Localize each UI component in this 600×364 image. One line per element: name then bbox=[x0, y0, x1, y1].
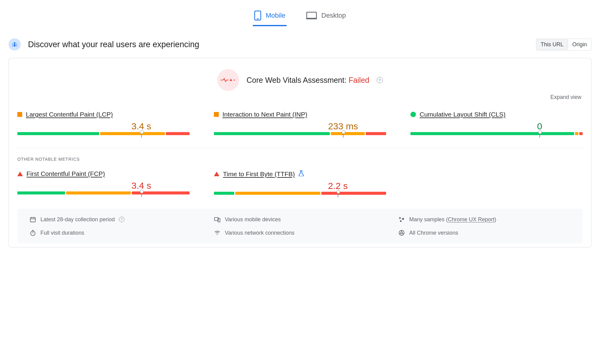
metric-ttfb: Time to First Byte (TTFB)2.2 s bbox=[214, 170, 386, 195]
bar-segment-r bbox=[366, 132, 386, 135]
note-period-text: Latest 28-day collection period bbox=[40, 216, 115, 223]
metric-head: Cumulative Layout Shift (CLS) bbox=[410, 111, 583, 118]
metric-name-link[interactable]: Cumulative Layout Shift (CLS) bbox=[420, 111, 505, 118]
assessment-text: Core Web Vitals Assessment: Failed bbox=[246, 76, 369, 85]
assessment-label: Core Web Vitals Assessment: bbox=[246, 76, 346, 84]
metric-value: 0 bbox=[537, 121, 542, 131]
svg-point-8 bbox=[16, 43, 17, 44]
tab-mobile-label: Mobile bbox=[266, 12, 285, 19]
note-devices: Various mobile devices bbox=[214, 216, 386, 223]
dot-green-icon bbox=[410, 112, 416, 117]
bar-segment-r bbox=[321, 192, 386, 195]
svg-rect-7 bbox=[12, 45, 13, 47]
svg-point-20 bbox=[402, 218, 404, 220]
distribution-bar bbox=[214, 192, 386, 195]
svg-point-4 bbox=[14, 42, 16, 44]
devices-icon bbox=[214, 216, 221, 223]
metric-name-link[interactable]: Largest Contentful Paint (LCP) bbox=[26, 111, 113, 118]
note-devices-text: Various mobile devices bbox=[225, 216, 281, 223]
bar-segment-r bbox=[132, 191, 190, 194]
metric-value: 3.4 s bbox=[131, 180, 151, 191]
vitals-card: Core Web Vitals Assessment: Failed ? Exp… bbox=[9, 58, 591, 247]
bar-segment-g bbox=[410, 132, 574, 135]
bar-segment-o bbox=[575, 132, 578, 135]
page-title: Discover what your real users are experi… bbox=[28, 40, 199, 49]
tab-desktop[interactable]: Desktop bbox=[305, 6, 347, 26]
svg-point-19 bbox=[399, 217, 401, 219]
svg-line-29 bbox=[399, 233, 401, 234]
square-orange-icon bbox=[17, 112, 22, 117]
other-metrics-heading: OTHER NOTABLE METRICS bbox=[17, 157, 583, 162]
metric-head: Interaction to Next Paint (INP) bbox=[214, 111, 386, 118]
expand-view-link[interactable]: Expand view bbox=[17, 94, 581, 100]
note-network: Various network connections bbox=[214, 229, 386, 236]
svg-rect-9 bbox=[16, 45, 17, 47]
note-versions: All Chrome versions bbox=[398, 229, 570, 236]
scope-this-url[interactable]: This URL bbox=[536, 39, 568, 50]
svg-line-30 bbox=[403, 233, 404, 234]
square-orange-icon bbox=[214, 112, 219, 117]
svg-point-11 bbox=[234, 79, 235, 81]
bar-segment-g bbox=[214, 132, 330, 135]
stopwatch-icon bbox=[30, 229, 36, 236]
svg-point-27 bbox=[401, 232, 403, 234]
distribution-bar bbox=[214, 132, 386, 136]
svg-rect-13 bbox=[30, 218, 36, 222]
svg-marker-10 bbox=[230, 79, 232, 81]
distribution-bar bbox=[17, 191, 190, 195]
svg-point-21 bbox=[400, 220, 402, 222]
assessment-badge-icon bbox=[217, 69, 239, 91]
triangle-red-icon bbox=[17, 172, 23, 176]
metric-value: 233 ms bbox=[328, 121, 358, 131]
bar-segment-g bbox=[17, 191, 65, 194]
wifi-icon bbox=[214, 229, 221, 236]
assessment-row: Core Web Vitals Assessment: Failed ? bbox=[17, 69, 583, 91]
distribution-bar bbox=[410, 132, 583, 136]
metric-head: Time to First Byte (TTFB) bbox=[214, 170, 386, 178]
help-icon[interactable]: ? bbox=[119, 217, 124, 222]
svg-point-6 bbox=[12, 43, 13, 44]
note-samples: Many samples (Chrome UX Report) bbox=[398, 216, 570, 223]
metric-value: 2.2 s bbox=[328, 181, 348, 191]
bar-segment-r bbox=[579, 132, 583, 135]
bar-segment-o bbox=[66, 191, 131, 194]
metric-name-link[interactable]: Time to First Byte (TTFB) bbox=[223, 170, 295, 178]
metric-name-link[interactable]: First Contentful Paint (FCP) bbox=[26, 170, 105, 177]
users-icon bbox=[9, 38, 21, 51]
distribution-bar bbox=[17, 132, 190, 136]
bar-segment-o bbox=[100, 132, 165, 135]
bar-segment-g bbox=[214, 192, 234, 195]
bar-segment-o bbox=[235, 192, 320, 195]
svg-rect-5 bbox=[14, 44, 16, 47]
crux-report-link[interactable]: Chrome UX Report bbox=[448, 216, 494, 222]
help-icon[interactable]: ? bbox=[377, 77, 383, 83]
desktop-icon bbox=[306, 12, 317, 19]
note-network-text: Various network connections bbox=[225, 230, 295, 236]
device-tabs: Mobile Desktop bbox=[9, 6, 591, 26]
tab-mobile[interactable]: Mobile bbox=[253, 6, 287, 26]
note-versions-text: All Chrome versions bbox=[409, 230, 458, 236]
scope-origin[interactable]: Origin bbox=[568, 39, 591, 50]
tab-desktop-label: Desktop bbox=[321, 12, 346, 19]
bar-segment-g bbox=[17, 132, 99, 135]
bar-segment-o bbox=[331, 132, 365, 135]
metric-fcp: First Contentful Paint (FCP)3.4 s bbox=[17, 170, 190, 195]
page-header: Discover what your real users are experi… bbox=[9, 38, 591, 51]
note-durations-text: Full visit durations bbox=[40, 230, 84, 236]
metric-value: 3.4 s bbox=[131, 121, 151, 131]
note-period: Latest 28-day collection period ? bbox=[30, 216, 202, 223]
other-metrics-grid: First Contentful Paint (FCP)3.4 sTime to… bbox=[17, 170, 583, 195]
metric-inp: Interaction to Next Paint (INP)233 ms bbox=[214, 111, 386, 136]
svg-point-22 bbox=[31, 231, 35, 236]
note-samples-text: Many samples (Chrome UX Report) bbox=[409, 216, 496, 223]
metric-cls: Cumulative Layout Shift (CLS)0 bbox=[410, 111, 583, 136]
assessment-status: Failed bbox=[349, 76, 369, 84]
svg-point-25 bbox=[217, 234, 218, 235]
mobile-icon bbox=[254, 10, 261, 21]
scatter-icon bbox=[398, 216, 405, 223]
scope-toggle: This URL Origin bbox=[536, 39, 591, 51]
metric-head: Largest Contentful Paint (LCP) bbox=[17, 111, 190, 118]
metric-name-link[interactable]: Interaction to Next Paint (INP) bbox=[222, 111, 307, 118]
triangle-red-icon bbox=[214, 172, 219, 176]
flask-icon bbox=[298, 170, 304, 178]
